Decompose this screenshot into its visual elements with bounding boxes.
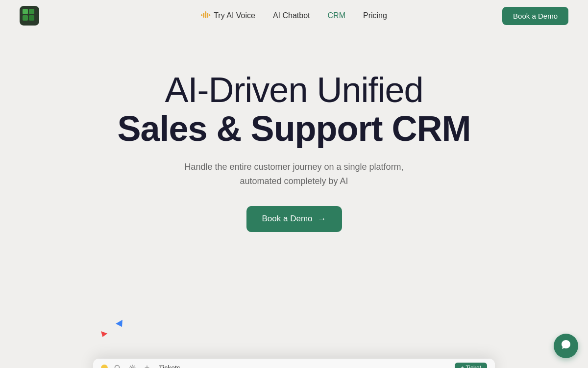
svg-rect-5: [201, 14, 202, 16]
hero-title: AI-Driven Unified Sales & Support CRM: [117, 71, 470, 148]
arrow-right-icon: →: [318, 214, 326, 224]
book-demo-nav-button[interactable]: Book a Demo: [502, 7, 568, 25]
svg-rect-2: [29, 9, 34, 14]
svg-rect-7: [205, 11, 206, 18]
logo-icon: [20, 6, 39, 26]
nav-ai-chatbot-label: AI Chatbot: [273, 11, 310, 20]
search-icon[interactable]: [113, 363, 122, 368]
nav-try-ai-voice[interactable]: Try AI Voice: [201, 10, 255, 21]
navbar: Try AI Voice AI Chatbot CRM Pricing Book…: [0, 0, 588, 31]
new-ticket-button[interactable]: + Ticket: [455, 363, 487, 368]
svg-rect-3: [23, 15, 28, 21]
dashboard-toolbar: + Tickets + Ticket: [93, 359, 495, 368]
svg-rect-4: [29, 15, 34, 21]
voice-waves-icon: [201, 10, 211, 21]
hero-section: AI-Driven Unified Sales & Support CRM Ha…: [0, 31, 588, 232]
nav-try-ai-voice-label: Try AI Voice: [214, 11, 255, 20]
dashboard-preview: + Tickets + Ticket: [93, 359, 495, 368]
svg-rect-8: [207, 13, 208, 18]
logo[interactable]: [20, 6, 39, 26]
hero-subtitle: Handle the entire customer journey on a …: [172, 160, 416, 188]
toolbar-circle-yellow: [101, 365, 108, 368]
nav-ai-chatbot[interactable]: AI Chatbot: [273, 11, 310, 20]
cursor-blue-indicator: [116, 320, 125, 329]
nav-crm-label: CRM: [328, 11, 345, 20]
nav-pricing-label: Pricing: [363, 11, 387, 20]
nav-pricing[interactable]: Pricing: [363, 11, 387, 20]
settings-icon[interactable]: [127, 363, 137, 368]
book-demo-hero-button[interactable]: Book a Demo →: [246, 206, 342, 232]
svg-rect-6: [203, 13, 204, 18]
tickets-label: Tickets: [159, 364, 180, 368]
book-demo-hero-label: Book a Demo: [262, 214, 313, 224]
cursor-red-indicator: [99, 331, 108, 338]
svg-rect-1: [23, 9, 28, 14]
svg-rect-9: [209, 14, 210, 16]
add-icon[interactable]: +: [142, 363, 152, 368]
chat-icon: [561, 339, 571, 353]
hero-title-line1: AI-Driven Unified: [117, 71, 470, 109]
nav-links: Try AI Voice AI Chatbot CRM Pricing: [201, 10, 387, 21]
svg-point-10: [115, 366, 120, 368]
nav-crm[interactable]: CRM: [328, 11, 345, 20]
chat-bubble-button[interactable]: [554, 334, 578, 358]
hero-title-line2: Sales & Support CRM: [117, 109, 470, 148]
